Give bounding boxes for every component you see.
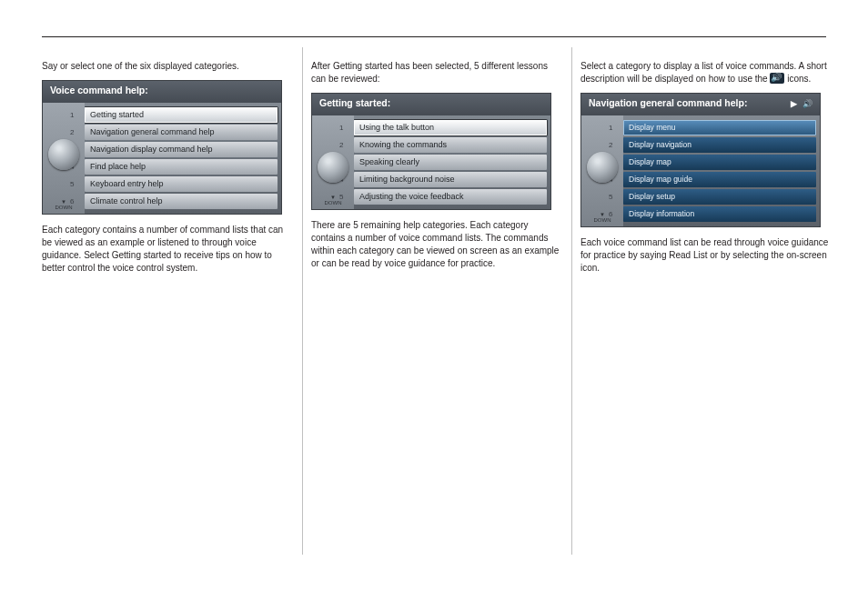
menu-item[interactable]: Speaking clearly xyxy=(354,155,547,170)
rotary-knob-area: 1 2 3 4 5 6 ▼ DOWN xyxy=(581,115,623,226)
column-separator-1 xyxy=(302,47,303,555)
col2-para-1: After Getting started has been selected,… xyxy=(311,60,562,85)
rotary-knob-icon xyxy=(48,139,79,170)
menu-item[interactable]: Limiting background noise xyxy=(354,172,547,187)
column-separator-2 xyxy=(571,47,572,555)
menu-item[interactable]: Navigation display command help xyxy=(85,142,278,157)
menu-item[interactable]: Climate control help xyxy=(85,194,278,209)
column-2: After Getting started has been selected,… xyxy=(311,55,562,555)
menu-item[interactable]: Display map guide xyxy=(623,172,816,187)
menu-item[interactable]: Using the talk button xyxy=(354,120,547,135)
screenshot-navigation-general-help: Navigation general command help: ▶ 🔊 1 2… xyxy=(580,93,821,227)
title-icons: ▶ 🔊 xyxy=(788,97,812,108)
menu-item[interactable]: Navigation general command help xyxy=(85,125,278,140)
rotary-knob-area: 1 2 3 4 5 ▼ DOWN xyxy=(312,115,354,209)
screenshot-title: Navigation general command help: ▶ 🔊 xyxy=(581,94,820,115)
sound-icon[interactable]: 🔊 xyxy=(802,99,812,108)
menu-item[interactable]: Getting started xyxy=(85,107,278,123)
rotary-knob-area: 1 2 3 4 5 6 ▼ DOWN xyxy=(43,103,85,214)
menu-item[interactable]: Display information xyxy=(623,206,816,222)
sound-icon xyxy=(770,73,784,84)
col1-para-1: Say or select one of the six displayed c… xyxy=(42,60,293,73)
screenshot-getting-started: Getting started: 1 2 3 4 5 ▼ DOWN Using xyxy=(311,93,551,210)
col2-para-2: There are 5 remaining help categories. E… xyxy=(311,219,562,270)
menu-list: Using the talk button Knowing the comman… xyxy=(354,115,550,209)
menu-item[interactable]: Keyboard entry help xyxy=(85,176,278,192)
top-rule xyxy=(42,36,826,37)
menu-item[interactable]: Knowing the commands xyxy=(354,137,547,153)
col3-para-1: Select a category to display a list of v… xyxy=(580,60,832,85)
col3-para-2: Each voice command list can be read thro… xyxy=(580,236,832,275)
screenshot-voice-command-help: Voice command help: 1 2 3 4 5 6 ▼ DOWN G… xyxy=(42,80,282,215)
col1-para-2: Each category contains a number of comma… xyxy=(42,224,293,275)
menu-item[interactable]: Display setup xyxy=(623,189,816,205)
column-3: Select a category to display a list of v… xyxy=(580,55,832,555)
menu-item[interactable]: Adjusting the voice feedback xyxy=(354,189,547,205)
down-label: ▼ DOWN xyxy=(590,212,614,223)
menu-list: Getting started Navigation general comma… xyxy=(85,103,281,214)
rotary-knob-icon xyxy=(587,152,618,183)
screenshot-title: Getting started: xyxy=(312,94,550,115)
screenshot-title: Voice command help: xyxy=(43,81,281,103)
menu-item[interactable]: Find place help xyxy=(85,159,278,175)
manual-page: Say or select one of the six displayed c… xyxy=(0,0,868,591)
down-label: ▼ DOWN xyxy=(52,199,76,210)
rotary-knob-icon xyxy=(318,152,348,183)
menu-item[interactable]: Display navigation xyxy=(623,137,816,153)
menu-list: Display menu Display navigation Display … xyxy=(623,115,820,226)
down-label: ▼ DOWN xyxy=(321,195,345,205)
menu-item[interactable]: Display map xyxy=(623,155,816,170)
column-1: Say or select one of the six displayed c… xyxy=(42,55,293,555)
col3-para-1-post: icons. xyxy=(787,74,811,84)
title-text: Navigation general command help: xyxy=(589,97,747,108)
menu-item[interactable]: Display menu xyxy=(623,120,816,135)
play-icon[interactable]: ▶ xyxy=(791,99,797,108)
